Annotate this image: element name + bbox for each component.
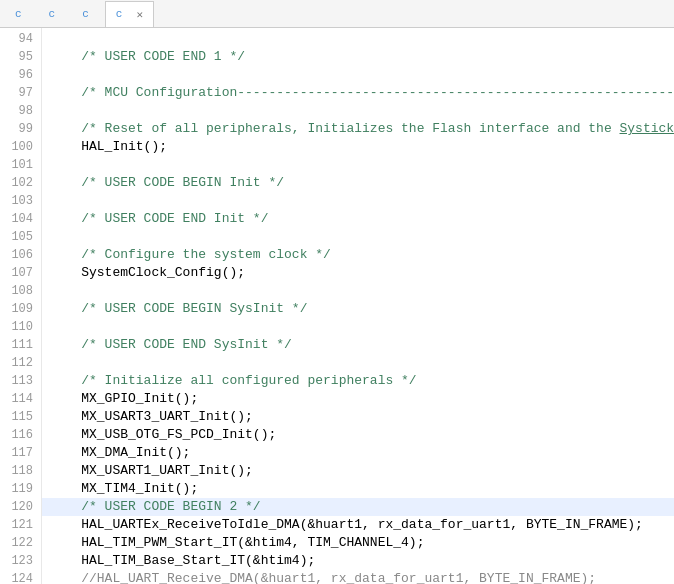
code-line: MX_USB_OTG_FS_PCD_Init(); xyxy=(42,426,674,444)
line-number: 111 xyxy=(4,336,33,354)
code-line: /* Reset of all peripherals, Initializes… xyxy=(42,120,674,138)
code-line: MX_DMA_Init(); xyxy=(42,444,674,462)
line-number: 97 xyxy=(4,84,33,102)
code-line: /* USER CODE END 1 */ xyxy=(42,48,674,66)
code-line xyxy=(42,102,674,120)
line-number: 109 xyxy=(4,300,33,318)
line-number: 104 xyxy=(4,210,33,228)
code-line xyxy=(42,228,674,246)
line-number: 120 xyxy=(4,498,33,516)
line-number: 98 xyxy=(4,102,33,120)
line-number: 105 xyxy=(4,228,33,246)
code-line: //HAL_UART_Receive_DMA(&huart1, rx_data_… xyxy=(42,570,674,584)
line-number: 100 xyxy=(4,138,33,156)
code-line: /* Initialize all configured peripherals… xyxy=(42,372,674,390)
line-number: 101 xyxy=(4,156,33,174)
code-line: HAL_UARTEx_ReceiveToIdle_DMA(&huart1, rx… xyxy=(42,516,674,534)
line-number: 121 xyxy=(4,516,33,534)
line-number: 119 xyxy=(4,480,33,498)
line-number: 122 xyxy=(4,534,33,552)
code-line: HAL_TIM_Base_Start_IT(&htim4); xyxy=(42,552,674,570)
code-line: MX_GPIO_Init(); xyxy=(42,390,674,408)
line-number: 117 xyxy=(4,444,33,462)
line-number: 95 xyxy=(4,48,33,66)
code-line: /* USER CODE BEGIN 2 */ xyxy=(42,498,674,516)
close-icon[interactable]: ✕ xyxy=(136,8,143,21)
line-number: 94 xyxy=(4,30,33,48)
line-number: 114 xyxy=(4,390,33,408)
editor-container: 9495969798991001011021031041051061071081… xyxy=(0,28,674,584)
code-line xyxy=(42,282,674,300)
line-number: 96 xyxy=(4,66,33,84)
code-line xyxy=(42,30,674,48)
file-icon: c xyxy=(82,8,89,20)
line-number: 123 xyxy=(4,552,33,570)
code-line: /* USER CODE BEGIN SysInit */ xyxy=(42,300,674,318)
code-line: /* USER CODE END SysInit */ xyxy=(42,336,674,354)
code-line: MX_USART1_UART_Init(); xyxy=(42,462,674,480)
code-line: HAL_TIM_PWM_Start_IT(&htim4, TIM_CHANNEL… xyxy=(42,534,674,552)
code-line xyxy=(42,156,674,174)
file-icon: c xyxy=(15,8,22,20)
tab-bar: c c c c ✕ xyxy=(0,0,674,28)
line-number: 108 xyxy=(4,282,33,300)
line-number: 116 xyxy=(4,426,33,444)
file-icon: c xyxy=(116,8,123,20)
code-area[interactable]: /* USER CODE END 1 */ /* MCU Configurati… xyxy=(42,28,674,584)
code-line: SystemClock_Config(); xyxy=(42,264,674,282)
file-icon: c xyxy=(49,8,56,20)
line-number: 99 xyxy=(4,120,33,138)
tab-core[interactable]: c xyxy=(71,1,105,27)
code-line xyxy=(42,354,674,372)
tab-main[interactable]: c ✕ xyxy=(105,1,154,27)
line-number: 106 xyxy=(4,246,33,264)
code-line: /* MCU Configuration--------------------… xyxy=(42,84,674,102)
line-number: 102 xyxy=(4,174,33,192)
code-line: HAL_Init(); xyxy=(42,138,674,156)
line-number: 118 xyxy=(4,462,33,480)
code-line: /* USER CODE BEGIN Init */ xyxy=(42,174,674,192)
line-number: 113 xyxy=(4,372,33,390)
tab-uart-parser[interactable]: c xyxy=(38,1,72,27)
line-number: 110 xyxy=(4,318,33,336)
code-line: /* Configure the system clock */ xyxy=(42,246,674,264)
line-number: 112 xyxy=(4,354,33,372)
code-line xyxy=(42,66,674,84)
code-line xyxy=(42,192,674,210)
line-numbers: 9495969798991001011021031041051061071081… xyxy=(0,28,42,584)
code-line: MX_USART3_UART_Init(); xyxy=(42,408,674,426)
line-number: 107 xyxy=(4,264,33,282)
code-line xyxy=(42,318,674,336)
line-number: 124 xyxy=(4,570,33,584)
tab-uart-dma[interactable]: c xyxy=(4,1,38,27)
code-line: MX_TIM4_Init(); xyxy=(42,480,674,498)
line-number: 115 xyxy=(4,408,33,426)
line-number: 103 xyxy=(4,192,33,210)
code-line: /* USER CODE END Init */ xyxy=(42,210,674,228)
